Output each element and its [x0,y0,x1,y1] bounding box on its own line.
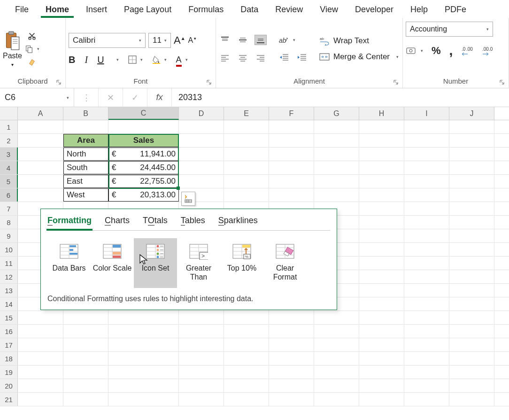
tab-page-layout[interactable]: Page Layout [116,2,180,18]
cell-C21[interactable] [108,393,179,406]
cell-I3[interactable] [404,148,449,161]
tab-developer[interactable]: Developer [347,2,402,18]
cell-A3[interactable] [18,148,63,161]
chevron-down-icon[interactable]: ▾ [37,47,39,51]
row-header-6[interactable]: 6 [0,188,18,202]
cell-F4[interactable] [269,161,314,174]
cell-C15[interactable] [108,311,179,324]
cell-I16[interactable] [404,325,449,338]
cell-H14[interactable] [359,297,404,311]
cell-C3[interactable]: €11,941.00 [108,148,179,161]
cell-J4[interactable] [449,161,494,174]
cell-C2[interactable]: Sales [108,134,179,147]
row-header-2[interactable]: 2 [0,134,18,147]
format-painter-icon[interactable] [28,58,36,66]
qa-item-greater-than[interactable]: > Greater Than [177,238,220,288]
cell-H5[interactable] [359,175,404,188]
cell-J14[interactable] [449,297,494,311]
cell-I7[interactable] [404,202,449,215]
cell-I2[interactable] [404,134,449,147]
cell-H2[interactable] [359,134,404,147]
cell-C6[interactable]: €20,313.00 [108,188,179,202]
cell-D1[interactable] [179,120,224,133]
cell-F6[interactable] [269,188,314,202]
row-header-4[interactable]: 4 [0,161,18,174]
cell-H9[interactable] [359,229,404,242]
cell-A1[interactable] [18,120,63,133]
cell-C1[interactable] [108,120,179,133]
decrease-decimal-icon[interactable]: .00.0 [482,46,494,55]
cell-B4[interactable]: South [63,161,108,174]
dialog-launcher-icon[interactable] [55,78,62,86]
increase-decimal-icon[interactable]: .0.00 [461,46,473,55]
cell-E18[interactable] [224,352,269,365]
formula-input[interactable]: 20313 [172,93,509,102]
cell-H11[interactable] [359,257,404,270]
cell-F5[interactable] [269,175,314,188]
cell-G21[interactable] [314,393,359,406]
row-header-5[interactable]: 5 [0,175,18,188]
tab-insert[interactable]: Insert [77,2,116,18]
wrap-text-button[interactable]: ab Wrap Text [319,36,399,46]
cell-A18[interactable] [18,352,63,365]
col-header-D[interactable]: D [179,107,224,120]
decrease-font-icon[interactable]: A▼ [188,36,197,45]
expand-button[interactable]: ⋮ [74,88,99,107]
cell-I11[interactable] [404,257,449,270]
cell-E16[interactable] [224,325,269,338]
cell-G16[interactable] [314,325,359,338]
cell-J9[interactable] [449,229,494,242]
tab-view[interactable]: View [311,2,347,18]
cut-icon[interactable] [28,31,36,40]
cell-H4[interactable] [359,161,404,174]
copy-button[interactable]: ▾ [25,45,39,53]
col-header-E[interactable]: E [224,107,269,120]
row-header-12[interactable]: 12 [0,270,18,283]
cell-H18[interactable] [359,352,404,365]
cell-H8[interactable] [359,216,404,229]
cell-D19[interactable] [179,366,224,379]
decrease-indent-icon[interactable] [278,52,290,62]
row-header-18[interactable]: 18 [0,352,18,365]
cell-H20[interactable] [359,379,404,392]
row-header-1[interactable]: 1 [0,120,18,133]
cell-H12[interactable] [359,270,404,283]
row-header-20[interactable]: 20 [0,379,18,392]
cell-E17[interactable] [224,338,269,351]
cell-I19[interactable] [404,366,449,379]
underline-button[interactable]: U [97,54,104,65]
align-left-icon[interactable] [219,53,231,63]
row-header-17[interactable]: 17 [0,338,18,351]
cell-A20[interactable] [18,379,63,392]
cell-H19[interactable] [359,366,404,379]
row-header-10[interactable]: 10 [0,243,18,256]
cell-H6[interactable] [359,188,404,202]
cell-J10[interactable] [449,243,494,256]
cell-J3[interactable] [449,148,494,161]
cell-F3[interactable] [269,148,314,161]
fill-color-button[interactable]: ▾ [152,55,167,64]
cell-I1[interactable] [404,120,449,133]
cell-E2[interactable] [224,134,269,147]
cell-D17[interactable] [179,338,224,351]
cell-C17[interactable] [108,338,179,351]
cell-I8[interactable] [404,216,449,229]
cell-J8[interactable] [449,216,494,229]
cell-G2[interactable] [314,134,359,147]
cell-F20[interactable] [269,379,314,392]
cell-A21[interactable] [18,393,63,406]
accounting-format-button[interactable]: ▾ [406,46,423,55]
col-header-G[interactable]: G [314,107,359,120]
cell-J20[interactable] [449,379,494,392]
cell-D4[interactable] [179,161,224,174]
cell-A16[interactable] [18,325,63,338]
font-size-select[interactable]: 11▾ [148,33,171,48]
qa-item-data-bars[interactable]: Data Bars [47,238,91,288]
cell-D20[interactable] [179,379,224,392]
cell-I5[interactable] [404,175,449,188]
cell-F18[interactable] [269,352,314,365]
cell-D15[interactable] [179,311,224,324]
cell-J16[interactable] [449,325,494,338]
cell-A4[interactable] [18,161,63,174]
align-right-icon[interactable] [254,53,267,63]
